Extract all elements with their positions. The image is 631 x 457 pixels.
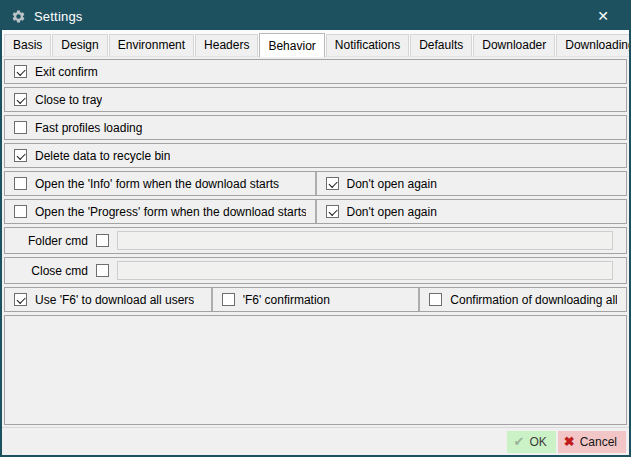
- checkbox-cell: Fast profiles loading: [5, 116, 626, 139]
- tab-strip: Basis Design Environment Headers Behavio…: [2, 30, 629, 57]
- checkbox-cell: Don't open again: [315, 172, 627, 195]
- open-info-form-checkbox[interactable]: [14, 177, 27, 190]
- delete-to-recycle-checkbox[interactable]: [14, 149, 27, 162]
- checkbox-cell: Confirmation of downloading all: [418, 288, 626, 311]
- ok-button[interactable]: ✔ OK: [507, 431, 555, 453]
- close-to-tray-label: Close to tray: [35, 93, 102, 107]
- titlebar: Settings ✕: [2, 2, 629, 30]
- cancel-button-label: Cancel: [580, 435, 617, 449]
- use-f6-checkbox[interactable]: [14, 293, 27, 306]
- use-f6-label: Use 'F6' to download all users: [35, 293, 194, 307]
- checkbox-cell: Open the 'Info' form when the download s…: [5, 172, 315, 195]
- checkbox-cell: Use 'F6' to download all users: [5, 288, 211, 311]
- f6-confirmation-checkbox[interactable]: [222, 293, 235, 306]
- option-row-delete-recycle: Delete data to recycle bin: [4, 143, 627, 168]
- x-icon: ✖: [564, 435, 575, 448]
- tab-behavior[interactable]: Behavior: [259, 33, 324, 57]
- open-progress-form-checkbox[interactable]: [14, 205, 27, 218]
- option-row-folder-cmd: Folder cmd: [4, 227, 627, 254]
- folder-cmd-label: Folder cmd: [14, 234, 88, 248]
- info-dont-open-again-label: Don't open again: [347, 177, 437, 191]
- close-cmd-checkbox[interactable]: [96, 264, 109, 277]
- open-info-form-label: Open the 'Info' form when the download s…: [35, 177, 279, 191]
- cmd-cell: Folder cmd: [5, 228, 626, 253]
- progress-dont-open-again-checkbox[interactable]: [326, 205, 339, 218]
- close-cmd-label: Close cmd: [14, 264, 88, 278]
- exit-confirm-checkbox[interactable]: [14, 65, 27, 78]
- tab-headers[interactable]: Headers: [195, 34, 258, 56]
- tab-downloading[interactable]: Downloading: [556, 34, 631, 56]
- option-row-close-to-tray: Close to tray: [4, 87, 627, 112]
- option-row-exit-confirm: Exit confirm: [4, 59, 627, 84]
- close-cmd-input[interactable]: [117, 261, 613, 280]
- empty-panel: [4, 315, 627, 425]
- fast-profiles-loading-label: Fast profiles loading: [35, 121, 142, 135]
- button-bar: ✔ OK ✖ Cancel: [2, 427, 629, 455]
- cmd-cell: Close cmd: [5, 258, 626, 283]
- fast-profiles-loading-checkbox[interactable]: [14, 121, 27, 134]
- confirm-download-all-label: Confirmation of downloading all: [450, 293, 617, 307]
- tab-environment[interactable]: Environment: [109, 34, 194, 56]
- option-row-f6: Use 'F6' to download all users 'F6' conf…: [4, 287, 627, 312]
- ok-button-label: OK: [529, 435, 546, 449]
- cancel-button[interactable]: ✖ Cancel: [558, 431, 626, 453]
- option-row-fast-profiles: Fast profiles loading: [4, 115, 627, 140]
- behavior-tab-page: Exit confirm Close to tray Fast profiles…: [2, 57, 629, 427]
- settings-window: Settings ✕ Basis Design Environment Head…: [0, 0, 631, 457]
- close-icon[interactable]: ✕: [586, 2, 620, 30]
- checkbox-cell: 'F6' confirmation: [211, 288, 419, 311]
- f6-confirmation-label: 'F6' confirmation: [243, 293, 330, 307]
- window-title: Settings: [34, 9, 83, 24]
- check-icon: ✔: [513, 435, 524, 448]
- delete-to-recycle-label: Delete data to recycle bin: [35, 149, 170, 163]
- tab-notifications[interactable]: Notifications: [326, 34, 409, 56]
- checkbox-cell: Open the 'Progress' form when the downlo…: [5, 200, 315, 223]
- checkbox-cell: Don't open again: [315, 200, 627, 223]
- tab-design[interactable]: Design: [52, 34, 107, 56]
- tab-downloader[interactable]: Downloader: [473, 34, 555, 56]
- confirm-download-all-checkbox[interactable]: [429, 293, 442, 306]
- checkbox-cell: Exit confirm: [5, 60, 626, 83]
- tab-basis[interactable]: Basis: [4, 34, 51, 56]
- exit-confirm-label: Exit confirm: [35, 65, 98, 79]
- option-row-progress-form: Open the 'Progress' form when the downlo…: [4, 199, 627, 224]
- tab-defaults[interactable]: Defaults: [410, 34, 472, 56]
- folder-cmd-checkbox[interactable]: [96, 234, 109, 247]
- folder-cmd-input[interactable]: [117, 231, 613, 250]
- close-to-tray-checkbox[interactable]: [14, 93, 27, 106]
- progress-dont-open-again-label: Don't open again: [347, 205, 437, 219]
- open-progress-form-label: Open the 'Progress' form when the downlo…: [35, 205, 306, 219]
- gear-icon: [11, 9, 26, 24]
- info-dont-open-again-checkbox[interactable]: [326, 177, 339, 190]
- checkbox-cell: Close to tray: [5, 88, 626, 111]
- option-row-info-form: Open the 'Info' form when the download s…: [4, 171, 627, 196]
- checkbox-cell: Delete data to recycle bin: [5, 144, 626, 167]
- option-row-close-cmd: Close cmd: [4, 257, 627, 284]
